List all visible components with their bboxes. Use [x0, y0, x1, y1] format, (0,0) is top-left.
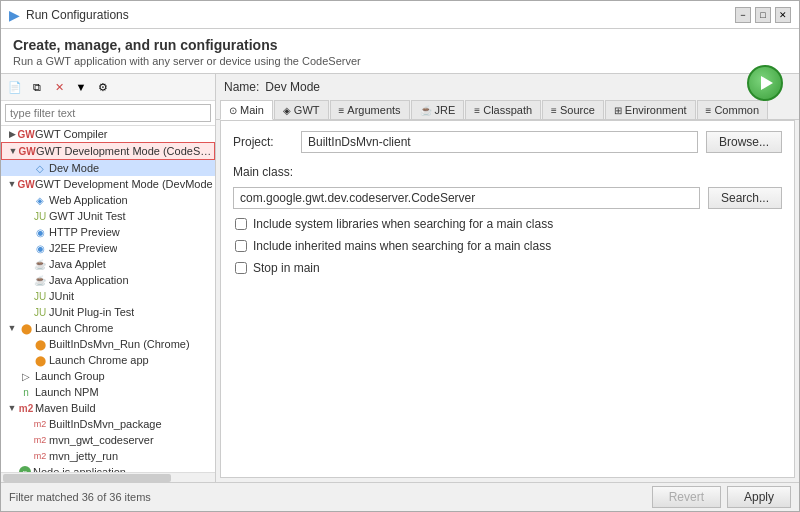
label-mvn-gwt-codeserver: mvn_gwt_codeserver [49, 434, 154, 446]
tree-item-gwt-devmode-codeserv[interactable]: ▼ GW GWT Development Mode (CodeServ [1, 142, 215, 160]
icon-launch-chrome: ⬤ [19, 321, 33, 335]
main-class-label: Main class: [233, 165, 293, 179]
icon-dev-mode: ◇ [33, 161, 47, 175]
main-content: 📄 ⧉ ✕ ▼ ⚙ ▶ GW GWT Compiler [1, 74, 799, 482]
right-panel: Name: Dev Mode ⊙ Main ◈ GWT ≡ Arguments [216, 74, 799, 482]
project-input[interactable] [301, 131, 698, 153]
label-launch-npm: Launch NPM [35, 386, 99, 398]
tree-item-gwt-compiler[interactable]: ▶ GW GWT Compiler [1, 126, 215, 142]
search-button[interactable]: Search... [708, 187, 782, 209]
tree-item-launch-chrome-app[interactable]: ⬤ Launch Chrome app [1, 352, 215, 368]
toggle-java-applet [19, 257, 33, 271]
tree-item-web-application[interactable]: ◈ Web Application [1, 192, 215, 208]
close-button[interactable]: ✕ [775, 7, 791, 23]
icon-j2ee-preview: ◉ [33, 241, 47, 255]
minimize-button[interactable]: − [735, 7, 751, 23]
apply-button[interactable]: Apply [727, 486, 791, 508]
tree-item-launch-chrome[interactable]: ▼ ⬤ Launch Chrome [1, 320, 215, 336]
arguments-tab-icon: ≡ [339, 105, 345, 116]
icon-java-applet: ☕ [33, 257, 47, 271]
browse-button[interactable]: Browse... [706, 131, 782, 153]
tree-item-maven-build[interactable]: ▼ m2 Maven Build [1, 400, 215, 416]
toggle-launch-npm [5, 385, 19, 399]
tree-item-gwt-junit[interactable]: JU GWT JUnit Test [1, 208, 215, 224]
bottom-bar: Filter matched 36 of 36 items Revert App… [1, 482, 799, 511]
tab-environment[interactable]: ⊞ Environment [605, 100, 696, 119]
tree-item-gwt-devmode-devmode[interactable]: ▼ GW GWT Development Mode (DevMode [1, 176, 215, 192]
arguments-tab-label: Arguments [347, 104, 400, 116]
tab-common[interactable]: ≡ Common [697, 100, 768, 119]
tree-item-j2ee-preview[interactable]: ◉ J2EE Preview [1, 240, 215, 256]
main-class-input[interactable] [233, 187, 700, 209]
stop-in-main-checkbox[interactable] [235, 262, 247, 274]
stop-in-main-row: Stop in main [233, 261, 782, 275]
icon-gwt-compiler: GW [19, 127, 33, 141]
label-maven-build: Maven Build [35, 402, 96, 414]
label-builtindsmvn-run-chrome: BuiltInDsMvn_Run (Chrome) [49, 338, 190, 350]
source-tab-icon: ≡ [551, 105, 557, 116]
tab-jre[interactable]: ☕ JRE [411, 100, 465, 119]
run-button[interactable] [747, 65, 783, 101]
tree-item-builtindsmvn-package[interactable]: m2 BuiltInDsMvn_package [1, 416, 215, 432]
label-web-application: Web Application [49, 194, 128, 206]
include-system-checkbox[interactable] [235, 218, 247, 230]
tree-item-mvn-jetty-run[interactable]: m2 mvn_jetty_run [1, 448, 215, 464]
duplicate-button[interactable]: ⧉ [27, 77, 47, 97]
tree-item-junit-plugin[interactable]: JU JUnit Plug-in Test [1, 304, 215, 320]
include-inherited-checkbox[interactable] [235, 240, 247, 252]
toggle-j2ee-preview [19, 241, 33, 255]
name-value: Dev Mode [265, 80, 320, 94]
header-subtitle: Run a GWT application with any server or… [13, 55, 787, 67]
tree-item-dev-mode[interactable]: ◇ Dev Mode [1, 160, 215, 176]
tab-source[interactable]: ≡ Source [542, 100, 604, 119]
tab-arguments[interactable]: ≡ Arguments [330, 100, 410, 119]
tree-item-junit[interactable]: JU JUnit [1, 288, 215, 304]
tree-scrollbar[interactable] [1, 472, 215, 482]
label-java-application: Java Application [49, 274, 129, 286]
label-launch-chrome: Launch Chrome [35, 322, 113, 334]
tree-item-launch-npm[interactable]: n Launch NPM [1, 384, 215, 400]
icon-gwt-devmode-codeserv: GW [20, 144, 34, 158]
label-mvn-jetty-run: mvn_jetty_run [49, 450, 118, 462]
toggle-mvn-jetty-run [19, 449, 33, 463]
new-config-button[interactable]: 📄 [5, 77, 25, 97]
toggle-maven-build[interactable]: ▼ [5, 401, 19, 415]
icon-junit: JU [33, 289, 47, 303]
tree-item-builtindsmvn-run-chrome[interactable]: ⬤ BuiltInDsMvn_Run (Chrome) [1, 336, 215, 352]
icon-java-application: ☕ [33, 273, 47, 287]
environment-tab-icon: ⊞ [614, 105, 622, 116]
tree-item-http-preview[interactable]: ◉ HTTP Preview [1, 224, 215, 240]
include-inherited-label: Include inherited mains when searching f… [253, 239, 551, 253]
toggle-launch-chrome[interactable]: ▼ [5, 321, 19, 335]
tab-classpath[interactable]: ≡ Classpath [465, 100, 541, 119]
project-label: Project: [233, 135, 293, 149]
revert-button[interactable]: Revert [652, 486, 721, 508]
filter-toggle2[interactable]: ⚙ [93, 77, 113, 97]
form-area: Project: Browse... Main class: Search...… [220, 120, 795, 478]
icon-web-application: ◈ [33, 193, 47, 207]
tab-gwt[interactable]: ◈ GWT [274, 100, 329, 119]
toggle-dev-mode [19, 161, 33, 175]
maximize-button[interactable]: □ [755, 7, 771, 23]
gwt-tab-icon: ◈ [283, 105, 291, 116]
filter-input-wrap [1, 101, 215, 126]
icon-builtindsmvn-run-chrome: ⬤ [33, 337, 47, 351]
project-row: Project: Browse... [233, 131, 782, 153]
tree-item-java-application[interactable]: ☕ Java Application [1, 272, 215, 288]
tree-item-java-applet[interactable]: ☕ Java Applet [1, 256, 215, 272]
label-launch-chrome-app: Launch Chrome app [49, 354, 149, 366]
gwt-tab-label: GWT [294, 104, 320, 116]
filter-button[interactable]: ▼ [71, 77, 91, 97]
tree-item-nodejs-application[interactable]: n Node.js application [1, 464, 215, 472]
icon-maven-build: m2 [19, 401, 33, 415]
label-gwt-compiler: GWT Compiler [35, 128, 108, 140]
toggle-gwt-junit [19, 209, 33, 223]
label-gwt-devmode-codeserv: GWT Development Mode (CodeServ [36, 145, 212, 157]
icon-launch-group: ▷ [19, 369, 33, 383]
tab-main[interactable]: ⊙ Main [220, 100, 273, 120]
tree-item-mvn-gwt-codeserver[interactable]: m2 mvn_gwt_codeserver [1, 432, 215, 448]
tree-item-launch-group[interactable]: ▷ Launch Group [1, 368, 215, 384]
filter-input[interactable] [5, 104, 211, 122]
header-title: Create, manage, and run configurations [13, 37, 787, 53]
delete-button[interactable]: ✕ [49, 77, 69, 97]
